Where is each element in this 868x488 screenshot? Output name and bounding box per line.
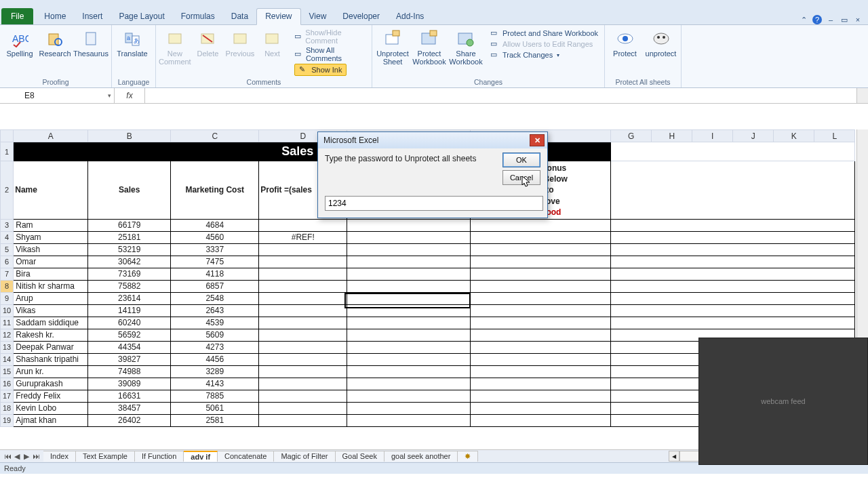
- cell-mcost[interactable]: 2548: [171, 292, 259, 304]
- cell-name[interactable]: Freddy Felix: [14, 390, 88, 402]
- sheet-tab[interactable]: If Function: [135, 451, 184, 462]
- cell-sales[interactable]: 26402: [88, 414, 171, 426]
- cell-mcost[interactable]: 5609: [171, 329, 259, 341]
- formula-expand-icon[interactable]: [856, 88, 868, 103]
- cell-e[interactable]: [347, 292, 471, 304]
- cell-d[interactable]: [259, 390, 347, 402]
- cell-name[interactable]: Bira: [14, 268, 88, 280]
- table-row[interactable]: 11Saddam siddique602404539: [1, 317, 855, 329]
- cell-d[interactable]: [259, 243, 347, 256]
- name-box[interactable]: E8: [0, 88, 115, 103]
- tab-file[interactable]: File: [1, 8, 33, 24]
- table-row[interactable]: 10Vikas141192643: [1, 304, 855, 317]
- rowhdr-19[interactable]: 19: [1, 414, 14, 426]
- password-input[interactable]: [325, 196, 543, 211]
- tab-insert[interactable]: Insert: [74, 9, 111, 24]
- tab-home[interactable]: Home: [36, 9, 74, 24]
- cell-d[interactable]: [259, 402, 347, 414]
- cell-mcost[interactable]: 4684: [171, 219, 259, 231]
- sheet-tab[interactable]: adv if: [184, 451, 218, 462]
- cell-d[interactable]: [259, 268, 347, 280]
- tab-view[interactable]: View: [301, 9, 335, 24]
- cell-name[interactable]: Shashank tripathi: [14, 353, 88, 365]
- cell-d[interactable]: [259, 304, 347, 317]
- col-I[interactable]: I: [692, 130, 733, 142]
- tab-developer[interactable]: Developer: [334, 9, 388, 24]
- tab-formulas[interactable]: Formulas: [173, 9, 223, 24]
- cell-sales[interactable]: 39089: [88, 378, 171, 390]
- cell-name[interactable]: Omar: [14, 256, 88, 268]
- protect-share-workbook[interactable]: ▭Protect and Share Workbook: [488, 28, 601, 39]
- cell-e[interactable]: [347, 231, 471, 243]
- cell-name[interactable]: Arup: [14, 292, 88, 304]
- col-G[interactable]: G: [611, 130, 652, 142]
- cell-sales[interactable]: 23614: [88, 292, 171, 304]
- rowhdr-6[interactable]: 6: [1, 256, 14, 268]
- cell-sales[interactable]: 73169: [88, 268, 171, 280]
- col-A[interactable]: A: [14, 130, 88, 142]
- cell-d[interactable]: [259, 378, 347, 390]
- table-row[interactable]: 9Arup236142548: [1, 292, 855, 304]
- cell-e[interactable]: [347, 256, 471, 268]
- cell-mcost[interactable]: 3289: [171, 365, 259, 378]
- cell-name[interactable]: Ram: [14, 219, 88, 231]
- cell-d[interactable]: [259, 353, 347, 365]
- rowhdr-3[interactable]: 3: [1, 219, 14, 231]
- cell-mcost[interactable]: 7885: [171, 390, 259, 402]
- sheet-tab[interactable]: Concatenate: [218, 451, 274, 462]
- table-row[interactable]: 3Ram661794684: [1, 219, 855, 231]
- sheet-tab[interactable]: Text Example: [76, 451, 135, 462]
- close-window-icon[interactable]: ×: [853, 15, 863, 24]
- cell-f[interactable]: [471, 341, 611, 353]
- cell-f[interactable]: [471, 304, 611, 317]
- rowhdr-17[interactable]: 17: [1, 390, 14, 402]
- fx-icon[interactable]: fx: [115, 88, 145, 103]
- cell-d[interactable]: [259, 317, 347, 329]
- cell-f[interactable]: [471, 402, 611, 414]
- help-icon[interactable]: ?: [812, 15, 822, 24]
- unprotect-all-button[interactable]: unprotect: [644, 28, 678, 58]
- sheet-nav-buttons[interactable]: ⏮ ◀ ▶ ⏭: [0, 452, 43, 461]
- cancel-button[interactable]: Cancel: [502, 170, 540, 185]
- sheet-nav-first-icon[interactable]: ⏮: [3, 452, 12, 461]
- rowhdr-9[interactable]: 9: [1, 292, 14, 304]
- rowhdr-12[interactable]: 12: [1, 329, 14, 341]
- sheet-nav-last-icon[interactable]: ⏭: [31, 452, 41, 461]
- cell-sales[interactable]: 39827: [88, 353, 171, 365]
- cell-mcost[interactable]: 3337: [171, 243, 259, 256]
- cell-mcost[interactable]: 2643: [171, 304, 259, 317]
- cell-e[interactable]: [347, 317, 471, 329]
- table-row[interactable]: 8Nitish kr sharma758826857: [1, 280, 855, 292]
- rowhdr-5[interactable]: 5: [1, 243, 14, 256]
- select-all-corner[interactable]: [1, 130, 14, 142]
- cell-e[interactable]: [347, 329, 471, 341]
- cell-f[interactable]: [471, 280, 611, 292]
- cell-f[interactable]: [471, 329, 611, 341]
- cell-sales[interactable]: 16631: [88, 390, 171, 402]
- sheet-nav-next-icon[interactable]: ▶: [22, 452, 31, 461]
- rowhdr-7[interactable]: 7: [1, 268, 14, 280]
- unprotect-sheet-button[interactable]: Unprotect Sheet: [375, 28, 410, 66]
- cell-mcost[interactable]: 7475: [171, 256, 259, 268]
- cell-f[interactable]: [471, 365, 611, 378]
- rowhdr-8[interactable]: 8: [1, 280, 14, 292]
- tab-data[interactable]: Data: [223, 9, 256, 24]
- sheet-nav-prev-icon[interactable]: ◀: [12, 452, 22, 461]
- hscroll-left-icon[interactable]: ◀: [669, 451, 679, 462]
- cell-e[interactable]: [347, 378, 471, 390]
- cell-d[interactable]: [259, 329, 347, 341]
- rowhdr-15[interactable]: 15: [1, 365, 14, 378]
- cell-e[interactable]: [347, 304, 471, 317]
- cell-name[interactable]: Rakesh kr.: [14, 329, 88, 341]
- cell-e[interactable]: [347, 390, 471, 402]
- col-C[interactable]: C: [171, 130, 259, 142]
- tab-page-layout[interactable]: Page Layout: [111, 9, 172, 24]
- sheet-tab[interactable]: Goal Seek: [336, 451, 384, 462]
- cell-d[interactable]: [259, 292, 347, 304]
- show-ink[interactable]: ✎Show Ink: [292, 63, 369, 77]
- table-row[interactable]: 5Vikash532193337: [1, 243, 855, 256]
- cell-sales[interactable]: 30642: [88, 256, 171, 268]
- tab-review[interactable]: Review: [256, 8, 300, 25]
- cell-sales[interactable]: 74988: [88, 365, 171, 378]
- col-L[interactable]: L: [814, 130, 855, 142]
